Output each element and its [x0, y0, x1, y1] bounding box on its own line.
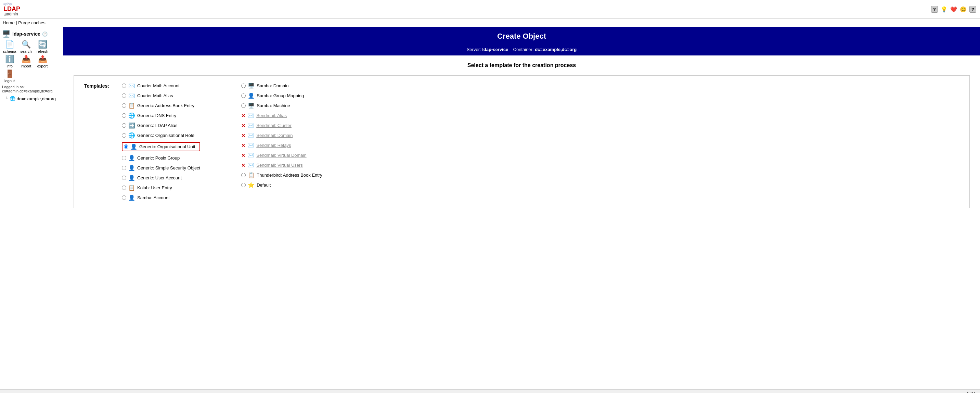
logo-admin: ⊞admin [3, 12, 18, 16]
samba-domain-radio[interactable] [241, 84, 246, 88]
generic-ldap-alias-label[interactable]: Generic: LDAP Alias [137, 123, 178, 128]
kolab-user-entry-label[interactable]: Kolab: User Entry [137, 185, 172, 190]
template-kolab-user-entry[interactable]: 📋 Kolab: User Entry [122, 185, 200, 191]
content-subheader: Server: ldap-service Container: dc=examp… [63, 46, 980, 56]
export-action[interactable]: 📤 export [35, 55, 50, 68]
sendmail-relays-link[interactable]: Sendmail: Relays [256, 143, 291, 148]
bulb-icon[interactable]: 💡 [940, 5, 948, 13]
template-courier-mail-alias[interactable]: ✉️ Courier Mail: Alias [122, 92, 200, 99]
server-label: Server: [467, 47, 481, 52]
template-sendmail-virtual-domain: ✕ ✉️ Sendmail: Virtual Domain [241, 152, 322, 159]
courier-mail-alias-label[interactable]: Courier Mail: Alias [137, 93, 173, 98]
home-link[interactable]: Home [3, 20, 15, 25]
samba-account-label[interactable]: Samba: Account [137, 195, 170, 200]
generic-dns-entry-label[interactable]: Generic: DNS Entry [137, 113, 176, 118]
samba-group-mapping-radio[interactable] [241, 94, 246, 98]
samba-machine-icon: 🖥️ [248, 102, 255, 109]
import-icon: 📥 [22, 55, 31, 64]
sendmail-cluster-link[interactable]: Sendmail: Cluster [256, 123, 291, 128]
top-icons-group: ? 💡 ❤️ 😊 ? [931, 5, 977, 13]
template-generic-posix-group[interactable]: 👤 Generic: Posix Group [122, 155, 200, 161]
content-header: Create Object [63, 27, 980, 46]
export-icon: 📤 [38, 55, 47, 64]
template-sendmail-domain: ✕ ✉️ Sendmail: Domain [241, 132, 322, 138]
sendmail-virtual-domain-link[interactable]: Sendmail: Virtual Domain [256, 153, 306, 158]
template-default[interactable]: ⭐ Default [241, 182, 322, 188]
generic-address-book-radio[interactable] [122, 103, 126, 108]
refresh-action[interactable]: 🔄 refresh [35, 40, 50, 53]
bottom-bar: 1 2 5 [0, 389, 980, 393]
generic-organisational-role-radio[interactable] [122, 133, 126, 138]
server-icon: 🖥️ [2, 30, 11, 38]
help-icon[interactable]: ? [931, 5, 938, 13]
sendmail-virtual-users-link[interactable]: Sendmail: Virtual Users [256, 162, 303, 168]
default-template-label[interactable]: Default [257, 183, 270, 188]
generic-ldap-alias-radio[interactable] [122, 123, 126, 128]
sendmail-relays-disabled-icon: ✕ [241, 143, 245, 148]
tree-item-label: dc=example,dc=org [17, 96, 56, 101]
export-label: export [37, 64, 48, 68]
generic-user-account-icon: 👤 [128, 175, 135, 181]
heart-icon[interactable]: ❤️ [950, 5, 958, 13]
smiley-icon[interactable]: 😊 [959, 5, 967, 13]
generic-posix-group-label[interactable]: Generic: Posix Group [137, 156, 180, 161]
samba-account-radio[interactable] [122, 196, 126, 200]
template-samba-machine[interactable]: 🖥️ Samba: Machine [241, 102, 322, 109]
logout-action[interactable]: 🚪 logout [2, 70, 17, 83]
template-generic-simple-security[interactable]: 👤 Generic: Simple Security Object [122, 165, 200, 171]
search-action[interactable]: 🔍 search [19, 40, 33, 53]
templates-label-col: Templates: [84, 83, 115, 201]
templates-grid: ✉️ Courier Mail: Account ✉️ Courier Mail… [122, 83, 322, 201]
info-action[interactable]: ℹ️ info [2, 55, 17, 68]
samba-machine-radio[interactable] [241, 103, 246, 108]
generic-simple-security-radio[interactable] [122, 166, 126, 170]
template-samba-account[interactable]: 👤 Samba: Account [122, 194, 200, 201]
kolab-user-entry-radio[interactable] [122, 186, 126, 190]
template-samba-group-mapping[interactable]: 👤 Samba: Group Mapping [241, 92, 322, 99]
template-generic-dns-entry[interactable]: 🌐 Generic: DNS Entry [122, 112, 200, 119]
generic-organisational-unit-radio[interactable] [124, 145, 128, 149]
generic-user-account-radio[interactable] [122, 176, 126, 180]
question-icon[interactable]: ? [969, 5, 977, 13]
default-template-icon: ⭐ [248, 182, 255, 188]
sendmail-virtual-users-icon: ✉️ [247, 162, 254, 169]
thunderbird-address-book-label[interactable]: Thunderbird: Address Book Entry [257, 173, 322, 178]
kolab-user-entry-icon: 📋 [128, 185, 135, 191]
generic-dns-entry-radio[interactable] [122, 113, 126, 118]
courier-mail-account-icon: ✉️ [128, 83, 135, 89]
generic-posix-group-radio[interactable] [122, 156, 126, 160]
generic-user-account-label[interactable]: Generic: User Account [137, 175, 182, 180]
template-courier-mail-account[interactable]: ✉️ Courier Mail: Account [122, 83, 200, 89]
generic-simple-security-label[interactable]: Generic: Simple Security Object [137, 165, 200, 170]
sendmail-virtual-domain-icon: ✉️ [247, 152, 254, 159]
sendmail-domain-link[interactable]: Sendmail: Domain [256, 133, 293, 138]
thunderbird-address-book-radio[interactable] [241, 173, 246, 177]
tree-item-dc-example[interactable]: └ 🌐 dc=example,dc=org [2, 96, 61, 101]
server-title: 🖥️ ldap-service 🕐 [2, 30, 61, 38]
sidebar-resize-handle[interactable] [61, 27, 63, 389]
template-generic-address-book[interactable]: 📋 Generic: Address Book Entry [122, 102, 200, 109]
generic-address-book-label[interactable]: Generic: Address Book Entry [137, 103, 194, 108]
courier-mail-alias-radio[interactable] [122, 94, 126, 98]
template-thunderbird-address-book[interactable]: 📋 Thunderbird: Address Book Entry [241, 172, 322, 178]
schema-action[interactable]: 📄 schema [2, 40, 17, 53]
samba-domain-label[interactable]: Samba: Domain [257, 83, 288, 88]
generic-organisational-role-label[interactable]: Generic: Organisational Role [137, 133, 194, 138]
courier-mail-account-radio[interactable] [122, 84, 126, 88]
template-generic-user-account[interactable]: 👤 Generic: User Account [122, 175, 200, 181]
sendmail-domain-icon: ✉️ [247, 132, 254, 138]
courier-mail-account-label[interactable]: Courier Mail: Account [137, 83, 180, 88]
default-template-radio[interactable] [241, 183, 246, 187]
import-action[interactable]: 📥 import [19, 55, 33, 68]
template-samba-domain[interactable]: 🖥️ Samba: Domain [241, 83, 322, 89]
generic-posix-group-icon: 👤 [128, 155, 135, 161]
samba-machine-label[interactable]: Samba: Machine [257, 103, 290, 108]
template-generic-ldap-alias[interactable]: ➡️ Generic: LDAP Alias [122, 122, 200, 129]
info-label: info [6, 64, 13, 68]
template-generic-organisational-unit[interactable]: 👤 Generic: Organisational Unit [122, 142, 200, 151]
template-generic-organisational-role[interactable]: 🌐 Generic: Organisational Role [122, 132, 200, 138]
samba-group-mapping-label[interactable]: Samba: Group Mapping [257, 93, 304, 98]
sendmail-alias-link[interactable]: Sendmail: Alias [256, 113, 287, 118]
generic-organisational-unit-label[interactable]: Generic: Organisational Unit [139, 144, 195, 149]
purge-caches-link[interactable]: Purge caches [18, 20, 46, 25]
